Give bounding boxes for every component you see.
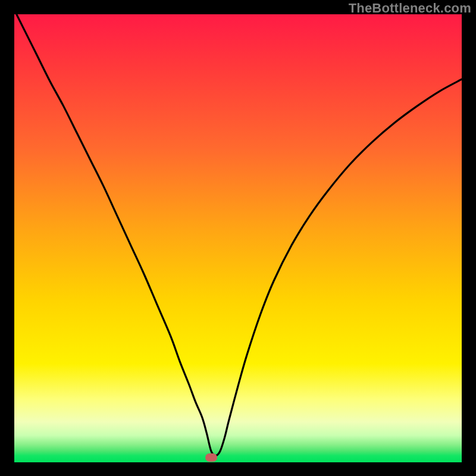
plot-area — [14, 14, 462, 462]
chart-frame: TheBottleneck.com — [0, 0, 476, 476]
optimal-point-marker — [205, 453, 217, 462]
gradient-background — [14, 14, 462, 462]
